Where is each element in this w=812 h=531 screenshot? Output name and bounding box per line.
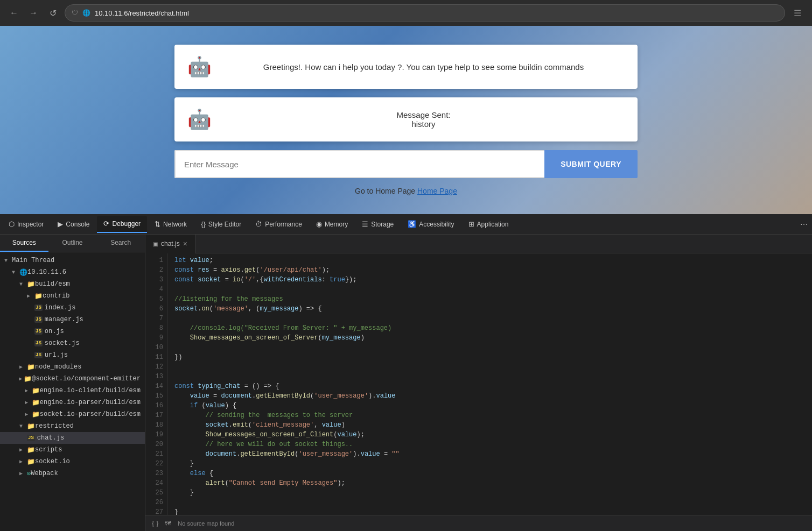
tree-socket-io[interactable]: ▶ 📁 socket.io [0,456,145,468]
devtools-body: Sources Outline Search ▼ Main Thread ▼ 🌐… [0,235,812,531]
folder-icon-engine-parser: 📁 [32,399,40,407]
engine-client-label: engine.io-client/build/esm [40,387,141,394]
socket-js-label: socket.js [45,339,80,347]
tree-url-js[interactable]: JS url.js [0,349,145,361]
editor-tab-close[interactable]: × [183,240,187,247]
editor-tab-chat-js[interactable]: ▣ chat.js × [145,235,195,253]
tree-socket-js[interactable]: JS socket.js [0,337,145,349]
line-numbers: 12345 678910 1112131415 1617181920 21222… [145,253,168,515]
tree-index-js[interactable]: JS index.js [0,302,145,314]
console-icon: ▶ [58,220,63,228]
home-link-area: Go to Home Page Home Page [355,187,457,195]
js-icon-url: JS [34,352,43,358]
tree-scripts[interactable]: ▶ 📁 scripts [0,444,145,456]
back-button[interactable]: ← [6,5,22,20]
globe-icon: 🌐 [19,268,27,277]
tab-accessibility[interactable]: ♿ Accessibility [401,216,460,233]
sent-message-box: 🤖 Message Sent: history [174,97,638,141]
tab-debugger[interactable]: ⟳ Debugger [97,216,147,233]
js-icon-on: JS [34,328,43,335]
tree-webpack[interactable]: ▶ ⊙ Webpack [0,468,145,479]
tab-storage[interactable]: ☰ Storage [355,216,400,233]
node-modules-label: node_modules [35,363,81,371]
submit-button[interactable]: SUBMIT QUERY [544,150,638,178]
devtools: ⬡ Inspector ▶ Console ⟳ Debugger ⇅ Netwo… [0,214,812,531]
tree-build-esm[interactable]: ▼ 📁 build/esm [0,278,145,290]
folder-icon-socket-component: 📁 [24,375,32,383]
folder-icon-socket-parser: 📁 [32,410,40,419]
tab-inspector[interactable]: ⬡ Inspector [2,216,50,233]
js-icon-chat: JS [27,435,35,441]
code-content: let value; const res = axios.get('/user/… [168,253,812,515]
tree-contrib[interactable]: ▶ 📁 contrib [0,290,145,302]
greeting-chat-box: 🤖 Greetings!. How can i help you today ?… [174,45,638,89]
socket-io-label: socket.io [35,458,70,465]
tab-memory[interactable]: ◉ Memory [310,216,354,233]
tab-performance[interactable]: ⏱ Performance [249,216,309,233]
folder-icon-node-modules: 📁 [27,363,35,371]
scripts-label: scripts [35,446,62,454]
tree-engine-client[interactable]: ▶ 📁 engine.io-client/build/esm [0,385,145,397]
build-esm-label: build/esm [35,280,70,288]
sidebar-tab-sources[interactable]: Sources [0,235,48,252]
home-link[interactable]: Home Page [417,187,457,195]
folder-icon-socket-io: 📁 [27,458,35,466]
style-editor-icon: {} [201,220,206,228]
tree-node-modules[interactable]: ▶ 📁 node_modules [0,361,145,373]
home-text: Go to Home Page [355,187,415,195]
settings-icon[interactable]: ☰ [789,6,806,20]
greeting-message: Greetings!. How can i help you today ?. … [222,62,625,72]
engine-parser-label: engine.io-parser/build/esm [40,399,141,406]
tree-on-js[interactable]: JS on.js [0,325,145,337]
tab-console-label: Console [66,221,89,228]
message-input[interactable] [174,150,544,178]
tree-socket-component[interactable]: ▶ 📁 @socket.io/component-emitter [0,373,145,385]
format-icon[interactable]: { } [152,519,158,527]
network-icon: ⇅ [155,220,160,228]
reload-button[interactable]: ↺ [45,5,60,20]
tree-main-thread[interactable]: ▼ Main Thread [0,254,145,266]
tab-network-label: Network [163,221,187,228]
tree-chat-js[interactable]: JS chat.js [0,432,145,444]
folder-icon-engine-client: 📁 [32,387,40,395]
tab-storage-label: Storage [371,221,394,228]
chat-js-label: chat.js [37,434,64,442]
devtools-tabs: ⬡ Inspector ▶ Console ⟳ Debugger ⇅ Netwo… [0,214,812,235]
memory-icon: ◉ [316,220,322,228]
editor-tab-filename: chat.js [161,240,180,247]
devtools-more-icon[interactable]: ⋯ [798,218,810,231]
url-js-label: url.js [45,351,68,359]
tab-network[interactable]: ⇅ Network [148,216,193,233]
sidebar-tab-search[interactable]: Search [96,235,145,252]
host-label: 10.10.11.6 [27,268,66,276]
tab-file-icon: ▣ [153,241,158,247]
folder-icon-build: 📁 [27,280,35,288]
socket-component-label: @socket.io/component-emitter [32,375,141,383]
webpack-label: Webpack [31,470,58,477]
page-content: 🤖 Greetings!. How can i help you today ?… [0,26,812,214]
tree-host[interactable]: ▼ 🌐 10.10.11.6 [0,266,145,278]
tab-console[interactable]: ▶ Console [51,216,96,233]
tab-application[interactable]: ⊞ Application [462,216,515,233]
tree-socket-parser[interactable]: ▶ 📁 socket.io-parser/build/esm [0,408,145,420]
address-bar[interactable]: 🛡 🌐 10.10.11.6/restricted/chat.html [65,4,785,22]
tree-engine-parser[interactable]: ▶ 📁 engine.io-parser/build/esm [0,397,145,408]
socket-parser-label: socket.io-parser/build/esm [40,410,141,418]
code-area[interactable]: 12345 678910 1112131415 1617181920 21222… [145,253,812,515]
folder-icon-contrib: 📁 [34,292,43,300]
tab-style-editor[interactable]: {} Style Editor [194,216,248,233]
tree-manager-js[interactable]: JS manager.js [0,314,145,325]
tab-inspector-label: Inspector [17,221,44,228]
restricted-label: restricted [35,422,74,430]
tree-restricted[interactable]: ▼ 📁 restricted [0,420,145,432]
forward-button[interactable]: → [26,5,41,20]
favicon-icon: 🌐 [82,9,90,17]
main-thread-label: Main Thread [12,257,54,264]
no-source-map-text: No source map found [178,520,234,527]
shield-icon: 🛡 [72,9,78,17]
robot-avatar-sent: 🤖 [187,108,212,131]
inspector-icon: ⬡ [9,220,15,228]
sidebar-tab-outline[interactable]: Outline [48,235,97,252]
index-js-label: index.js [45,304,76,311]
sent-label: Message Sent: [396,110,450,119]
